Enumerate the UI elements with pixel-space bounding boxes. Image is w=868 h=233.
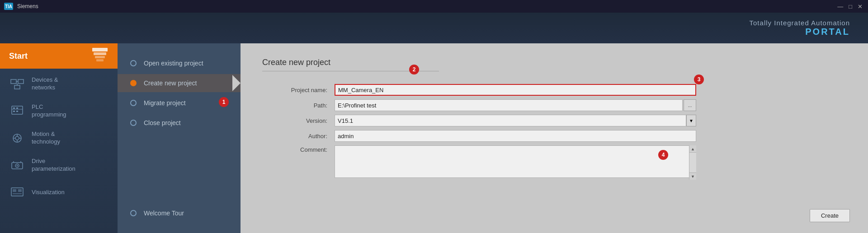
field-comment: ▲ ▼ <box>335 144 696 182</box>
nav-item-welcome-tour[interactable]: Welcome Tour <box>118 204 241 222</box>
header-line1: Totally Integrated Automation <box>750 19 850 27</box>
nav-dot-migrate <box>130 100 137 106</box>
nav-label-migrate: Migrate project <box>144 99 186 107</box>
svg-rect-13 <box>13 107 15 109</box>
nav-label-welcome: Welcome Tour <box>144 210 184 217</box>
version-row: ▼ <box>335 115 696 126</box>
sidebar-item-drive-parameterization[interactable]: Driveparameterization <box>0 152 118 179</box>
sidebar-item-motion-technology[interactable]: Motion &technology <box>0 125 118 152</box>
nav-dot-create <box>130 80 137 86</box>
app-title: Siemens <box>17 3 38 9</box>
nav-dot-close <box>130 120 137 126</box>
app-header: Totally Integrated Automation PORTAL <box>0 13 868 43</box>
svg-rect-3 <box>94 52 106 55</box>
nav-item-close[interactable]: Close project <box>118 114 241 132</box>
chevron-down-icon: ▼ <box>689 118 693 123</box>
sidebar-item-devices-networks[interactable]: Devices &networks <box>0 70 118 98</box>
input-project-name[interactable] <box>335 84 696 96</box>
sidebar-items: Devices &networks PLCprogramming <box>0 69 118 206</box>
close-button[interactable]: ✕ <box>856 3 864 10</box>
header-text: Totally Integrated Automation PORTAL <box>750 19 850 37</box>
window-controls[interactable]: — □ ✕ <box>835 3 864 10</box>
motion-icon <box>9 130 25 146</box>
path-input-row: ... <box>335 99 696 111</box>
minimize-button[interactable]: — <box>835 3 845 10</box>
content-area: Create new project Project name: Path: .… <box>241 43 868 233</box>
nav-item-open-existing[interactable]: Open existing project <box>118 54 241 72</box>
header-line2: PORTAL <box>750 27 850 37</box>
sidebar-item-label-motion: Motion &technology <box>32 130 60 146</box>
input-version[interactable] <box>335 115 686 126</box>
nav-dot-open <box>130 60 137 66</box>
label-path: Path: <box>289 98 335 113</box>
field-version: ▼ <box>335 113 696 128</box>
label-version: Version: <box>289 113 335 128</box>
sidebar-item-visualization[interactable]: Visualization <box>0 179 118 206</box>
nav-label-create: Create new project <box>144 79 197 87</box>
form-table: Project name: Path: ... Version: <box>289 82 696 182</box>
nav-arrow-create <box>232 75 241 91</box>
input-author[interactable] <box>335 130 696 142</box>
content-title: Create new project <box>262 58 439 71</box>
svg-rect-15 <box>13 111 15 112</box>
create-button[interactable]: Create <box>810 209 850 222</box>
form-row-comment: Comment: ▲ ▼ <box>289 144 696 182</box>
nav-panel: Open existing project Create new project… <box>118 43 241 233</box>
label-project-name: Project name: <box>289 82 335 98</box>
form-row-path: Path: ... <box>289 98 696 113</box>
form-row-version: Version: ▼ <box>289 113 696 128</box>
svg-point-18 <box>15 136 19 140</box>
browse-button[interactable]: ... <box>684 99 696 111</box>
version-dropdown[interactable]: ▼ <box>686 115 696 126</box>
nav-item-migrate[interactable]: Migrate project <box>118 94 241 112</box>
devices-icon <box>9 76 25 92</box>
sidebar-item-label-plc: PLCprogramming <box>32 103 66 119</box>
field-path: ... <box>335 98 696 113</box>
comment-with-scroll: ▲ ▼ <box>335 145 696 180</box>
svg-rect-2 <box>92 48 108 51</box>
form-row-author: Author: <box>289 128 696 144</box>
scroll-down-arrow[interactable]: ▼ <box>689 172 696 180</box>
svg-rect-11 <box>12 106 23 114</box>
nav-label-close: Close project <box>144 119 181 126</box>
title-bar: TIA Siemens — □ ✕ <box>0 0 868 13</box>
sidebar-header: Start <box>0 43 118 69</box>
nav-label-open: Open existing project <box>144 60 203 67</box>
maximize-button[interactable]: □ <box>847 3 854 10</box>
label-author: Author: <box>289 128 335 144</box>
app-logo: TIA <box>4 2 14 10</box>
label-comment: Comment: <box>289 144 335 182</box>
nav-dot-welcome <box>130 210 137 216</box>
sidebar-item-label-vis: Visualization <box>32 189 65 196</box>
svg-rect-5 <box>96 59 104 61</box>
svg-text:TIA: TIA <box>5 4 12 9</box>
svg-rect-16 <box>16 111 18 112</box>
nav-item-create-new[interactable]: Create new project <box>118 74 241 92</box>
drive-icon <box>9 157 25 173</box>
sidebar-header-icon <box>91 48 108 64</box>
svg-rect-31 <box>13 193 22 194</box>
svg-point-25 <box>17 165 18 167</box>
svg-rect-6 <box>11 79 16 84</box>
create-btn-area: Create <box>810 209 850 222</box>
comment-scrollbar: ▲ ▼ <box>689 145 696 180</box>
sidebar-title: Start <box>9 51 28 61</box>
svg-rect-30 <box>18 189 22 192</box>
scroll-up-arrow[interactable]: ▲ <box>689 145 696 153</box>
sidebar-item-plc-programming[interactable]: PLCprogramming <box>0 98 118 125</box>
main-layout: Start <box>0 43 868 233</box>
sidebar-item-label-devices: Devices &networks <box>32 76 58 92</box>
left-sidebar: Start <box>0 43 118 233</box>
input-path[interactable] <box>335 99 683 111</box>
form-row-project-name: Project name: <box>289 82 696 98</box>
vis-icon <box>9 184 25 200</box>
sidebar-item-label-drive: Driveparameterization <box>32 158 75 173</box>
field-project-name <box>335 82 696 98</box>
svg-rect-4 <box>95 56 105 58</box>
svg-rect-9 <box>14 85 20 89</box>
title-bar-left: TIA Siemens <box>4 2 38 10</box>
field-author <box>335 128 696 144</box>
svg-rect-29 <box>13 189 16 192</box>
input-comment[interactable] <box>335 145 696 178</box>
svg-rect-14 <box>16 107 18 109</box>
